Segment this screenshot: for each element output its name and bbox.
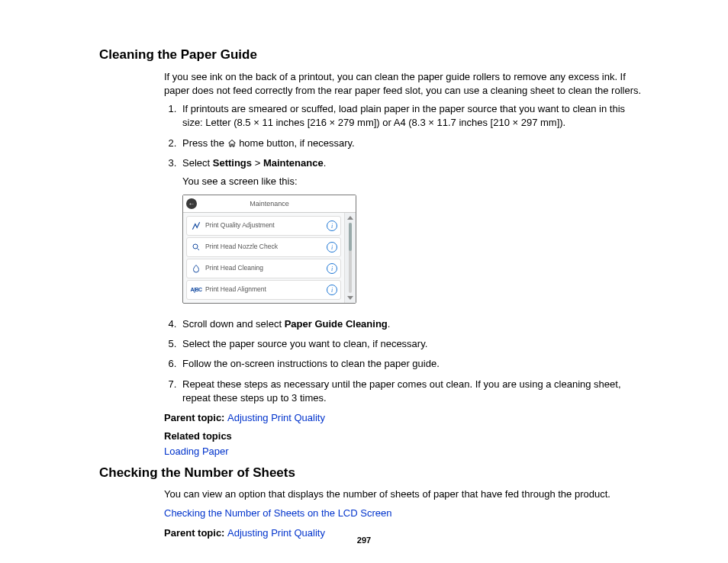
step3-post: .	[324, 157, 327, 169]
related-topics-label: Related topics	[164, 429, 644, 443]
page-number: 297	[0, 535, 728, 546]
parent-topic-row: Parent topic: Adjusting Print Quality	[164, 411, 644, 425]
device-screenshot: ← Maintenance Print Quality Adjustment i	[182, 195, 356, 304]
home-icon	[227, 137, 237, 149]
document-page: Cleaning the Paper Guide If you see ink …	[0, 0, 728, 563]
step4-bold: Paper Guide Cleaning	[285, 318, 388, 330]
step2-pre: Press the	[182, 137, 227, 149]
device-menu-list: Print Quality Adjustment i Print Head No…	[183, 213, 344, 303]
cleaning-icon	[190, 264, 202, 273]
step-4: Scroll down and select Paper Guide Clean…	[179, 317, 644, 331]
steps-list-bottom: Scroll down and select Paper Guide Clean…	[164, 317, 644, 405]
step-7: Repeat these steps as necessary until th…	[179, 378, 644, 405]
device-header: ← Maintenance	[183, 195, 356, 213]
menu-label: Print Quality Adjustment	[202, 221, 327, 230]
menu-row-head-cleaning: Print Head Cleaning i	[186, 259, 341, 278]
parent-topic-label: Parent topic:	[164, 412, 227, 423]
heading-cleaning-paper-guide: Cleaning the Paper Guide	[99, 46, 644, 64]
back-icon: ←	[186, 198, 197, 209]
info-icon: i	[327, 220, 337, 231]
alignment-icon: A|BC	[190, 286, 202, 294]
section2-intro: You can view an option that displays the…	[164, 487, 644, 501]
device-scrollbar	[344, 213, 356, 303]
nozzle-icon	[190, 243, 202, 252]
menu-row-nozzle-check: Print Head Nozzle Check i	[186, 237, 341, 257]
step3-bold1: Settings	[213, 157, 252, 169]
menu-row-print-quality-adjustment: Print Quality Adjustment i	[186, 216, 341, 236]
step3-pre: Select	[182, 157, 213, 169]
menu-label: Print Head Nozzle Check	[202, 243, 327, 252]
info-icon: i	[327, 263, 337, 274]
menu-label: Print Head Cleaning	[202, 264, 327, 273]
step4-pre: Scroll down and select	[182, 318, 285, 330]
scroll-up-icon	[347, 216, 353, 220]
menu-row-head-alignment: A|BC Print Head Alignment i	[186, 280, 341, 300]
related-topic-link[interactable]: Loading Paper	[164, 446, 229, 457]
scroll-thumb	[349, 223, 352, 251]
step4-post: .	[388, 318, 391, 330]
step-1: If printouts are smeared or scuffed, loa…	[179, 102, 644, 130]
section1-body: If you see ink on the back of a printout…	[164, 70, 644, 459]
step3-note: You see a screen like this:	[182, 175, 644, 188]
scroll-down-icon	[347, 296, 353, 300]
step3-mid: >	[252, 157, 263, 169]
steps-list-top: If printouts are smeared or scuffed, loa…	[164, 102, 644, 304]
device-title: Maintenance	[197, 199, 342, 209]
info-icon: i	[327, 242, 337, 253]
step-5: Select the paper source you want to clea…	[179, 337, 644, 351]
info-icon: i	[327, 285, 337, 295]
section2-link[interactable]: Checking the Number of Sheets on the LCD…	[164, 507, 391, 519]
step2-post: home button, if necessary.	[237, 137, 355, 149]
heading-checking-number-of-sheets: Checking the Number of Sheets	[99, 464, 644, 482]
section2-body: You can view an option that displays the…	[164, 487, 644, 540]
step-2: Press the home button, if necessary.	[179, 137, 644, 150]
scroll-track	[349, 223, 352, 293]
step3-bold2: Maintenance	[263, 157, 324, 169]
parent-topic-link[interactable]: Adjusting Print Quality	[227, 412, 325, 423]
menu-label: Print Head Alignment	[202, 285, 327, 294]
step-3: Select Settings > Maintenance. You see a…	[179, 156, 644, 304]
svg-point-0	[193, 244, 198, 249]
step-6: Follow the on-screen instructions to cle…	[179, 357, 644, 371]
quality-icon	[190, 221, 202, 230]
intro-paragraph: If you see ink on the back of a printout…	[164, 70, 644, 98]
